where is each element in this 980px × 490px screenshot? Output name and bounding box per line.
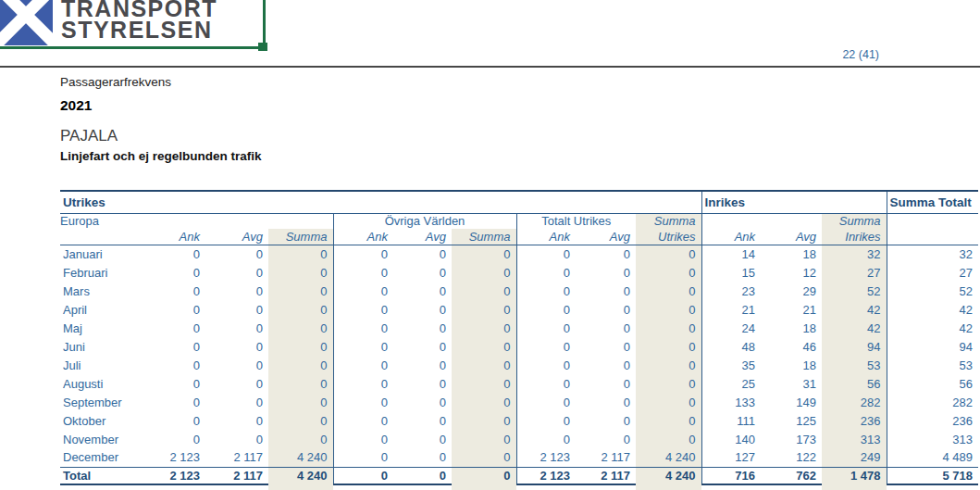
value-cell: 0 — [576, 430, 636, 448]
value-cell: 0 — [333, 337, 393, 356]
value-cell: 282 — [822, 393, 887, 411]
value-cell: 0 — [636, 393, 701, 411]
value-cell: 0 — [393, 374, 452, 393]
col-header-summa: Summa — [268, 229, 333, 245]
value-cell: 0 — [452, 337, 516, 356]
value-cell: 0 — [205, 356, 268, 374]
saltire-cross-icon — [0, 0, 53, 45]
value-cell: 0 — [205, 393, 268, 411]
value-cell: 42 — [822, 300, 887, 319]
value-cell: 27 — [822, 263, 887, 282]
value-cell: 0 — [268, 393, 333, 411]
value-cell: 0 — [268, 263, 333, 282]
value-cell: 0 — [333, 245, 393, 263]
value-cell: 0 — [636, 300, 701, 319]
logo-border-right — [263, 0, 266, 44]
value-cell: 0 — [636, 245, 701, 263]
value-cell: 716 — [701, 467, 761, 484]
value-cell: 0 — [141, 337, 205, 356]
value-cell: 0 — [141, 356, 205, 374]
value-cell: 56 — [887, 374, 978, 393]
logo-border-bottom — [0, 46, 262, 49]
value-cell: 0 — [516, 282, 576, 300]
value-cell: 0 — [333, 319, 393, 337]
value-cell: 27 — [887, 263, 978, 282]
value-cell: 0 — [333, 282, 393, 300]
month-cell: Augusti — [60, 374, 141, 393]
col-header-avg: Avg — [205, 229, 268, 245]
value-cell: 0 — [333, 467, 393, 484]
col-header-avg: Avg — [393, 229, 452, 245]
value-cell: 0 — [393, 393, 452, 411]
value-cell: 53 — [822, 356, 887, 374]
table-row-maj: Maj00000000024184242 — [60, 319, 978, 337]
beige-column-tail — [268, 484, 333, 490]
table-row-total: Total2 1232 1174 2400002 1232 1174 24071… — [60, 467, 978, 484]
table-row-mars: Mars00000000023295252 — [60, 282, 978, 300]
value-cell: 0 — [205, 282, 268, 300]
value-cell: 133 — [701, 393, 761, 411]
value-cell: 0 — [268, 374, 333, 393]
value-cell: 56 — [822, 374, 887, 393]
col-header-summa: Summa — [452, 229, 516, 245]
table-row-november: November000000000140173313313 — [60, 430, 978, 448]
value-cell: 29 — [761, 282, 822, 300]
region-header-ovriga-varlden: Övriga Världen — [333, 213, 516, 229]
value-cell: 0 — [636, 356, 701, 374]
table-row-februari: Februari00000000015122727 — [60, 263, 978, 282]
month-cell: September — [60, 393, 141, 411]
value-cell: 0 — [636, 282, 701, 300]
value-cell: 25 — [701, 374, 761, 393]
value-cell: 4 240 — [268, 467, 333, 484]
value-cell: 0 — [268, 319, 333, 337]
value-cell: 0 — [516, 300, 576, 319]
value-cell: 32 — [822, 245, 887, 263]
value-cell: 0 — [516, 263, 576, 282]
table-row-juni: Juni00000000048469494 — [60, 337, 978, 356]
value-cell: 0 — [393, 319, 452, 337]
value-cell: 0 — [205, 319, 268, 337]
value-cell: 0 — [516, 430, 576, 448]
value-cell: 2 117 — [576, 467, 636, 484]
inrikes-spacer — [701, 213, 822, 229]
group-header-inrikes: Inrikes — [701, 191, 887, 213]
value-cell: 282 — [887, 393, 978, 411]
value-cell: 42 — [822, 319, 887, 337]
month-cell: Februari — [60, 263, 141, 282]
value-cell: 0 — [268, 356, 333, 374]
table-row-januari: Januari00000000014183232 — [60, 245, 978, 263]
value-cell: 52 — [887, 282, 978, 300]
value-cell: 0 — [268, 300, 333, 319]
value-cell: 0 — [205, 245, 268, 263]
value-cell: 125 — [761, 411, 822, 430]
value-cell: 0 — [333, 393, 393, 411]
traffic-type: Linjefart och ej regelbunden trafik — [60, 149, 262, 163]
value-cell: 140 — [701, 430, 761, 448]
value-cell: 0 — [333, 448, 393, 467]
value-cell: 2 123 — [141, 467, 205, 484]
col-header-ank: Ank — [141, 229, 205, 245]
value-cell: 2 117 — [576, 448, 636, 467]
value-cell: 4 240 — [636, 467, 701, 484]
value-cell: 0 — [452, 393, 516, 411]
group-header-utrikes: Utrikes — [60, 191, 701, 213]
value-cell: 4 489 — [887, 448, 978, 467]
header-divider — [0, 66, 980, 68]
value-cell: 0 — [333, 374, 393, 393]
value-cell: 0 — [393, 467, 452, 484]
group-header-row: Utrikes Inrikes Summa Totalt — [60, 191, 978, 213]
value-cell: 94 — [887, 337, 978, 356]
value-cell: 0 — [205, 263, 268, 282]
col-header-ank: Ank — [516, 229, 576, 245]
value-cell: 48 — [701, 337, 761, 356]
value-cell: 5 718 — [887, 467, 978, 484]
value-cell: 2 123 — [516, 467, 576, 484]
value-cell: 0 — [576, 393, 636, 411]
value-cell: 0 — [452, 282, 516, 300]
month-cell: December — [60, 448, 141, 467]
value-cell: 0 — [141, 263, 205, 282]
value-cell: 0 — [452, 300, 516, 319]
value-cell: 149 — [761, 393, 822, 411]
value-cell: 0 — [333, 356, 393, 374]
value-cell: 0 — [205, 300, 268, 319]
